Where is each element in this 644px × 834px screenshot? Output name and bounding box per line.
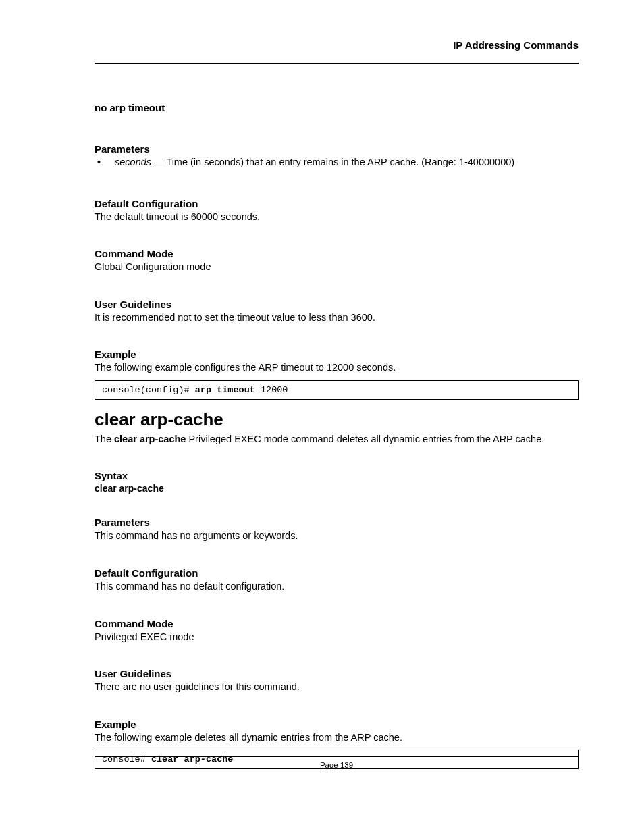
footer-rule <box>95 756 579 757</box>
bullet-icon: • <box>95 156 115 169</box>
text-command-mode-1: Global Configuration mode <box>95 261 579 274</box>
page-header-title: IP Addressing Commands <box>95 39 579 51</box>
heading-user-guidelines-1: User Guidelines <box>95 298 579 310</box>
document-page: IP Addressing Commands no arp timeout Pa… <box>0 0 644 834</box>
page-footer: Page 139 <box>95 756 579 769</box>
desc-pre: The <box>95 434 114 444</box>
code-arg: 12000 <box>261 385 288 395</box>
code-prompt: console(config)# <box>102 385 195 395</box>
command-description: The clear arp-cache Privileged EXEC mode… <box>95 433 579 446</box>
text-default-config-2: This command has no default configuratio… <box>95 580 579 594</box>
heading-default-config-2: Default Configuration <box>95 567 579 579</box>
desc-bold: clear arp-cache <box>114 434 186 444</box>
command-title-clear-arp-cache: clear arp-cache <box>95 409 579 430</box>
heading-command-mode-2: Command Mode <box>95 618 579 629</box>
heading-parameters-1: Parameters <box>95 143 579 155</box>
header-rule <box>95 63 579 64</box>
heading-example-2: Example <box>95 719 579 730</box>
text-example-1: The following example configures the ARP… <box>95 361 579 375</box>
syntax-line: clear arp-cache <box>95 483 579 494</box>
heading-syntax: Syntax <box>95 470 579 481</box>
heading-no-arp-timeout: no arp timeout <box>95 102 579 113</box>
code-example-1: console(config)# arp timeout 12000 <box>95 380 579 400</box>
desc-post: Privileged EXEC mode command deletes all… <box>186 434 544 444</box>
text-default-config-1: The default timeout is 60000 seconds. <box>95 211 579 224</box>
heading-example-1: Example <box>95 348 579 360</box>
param-name-seconds: seconds <box>115 157 151 167</box>
heading-default-config-1: Default Configuration <box>95 198 579 209</box>
heading-command-mode-1: Command Mode <box>95 248 579 259</box>
parameter-text: seconds — Time (in seconds) that an entr… <box>115 156 579 170</box>
text-command-mode-2: Privileged EXEC mode <box>95 631 579 644</box>
text-user-guidelines-1: It is recommended not to set the timeout… <box>95 311 579 325</box>
parameter-bullet: • seconds — Time (in seconds) that an en… <box>95 156 579 170</box>
page-number: Page 139 <box>95 761 579 769</box>
code-command: arp timeout <box>195 385 261 395</box>
heading-parameters-2: Parameters <box>95 517 579 528</box>
text-parameters-2: This command has no arguments or keyword… <box>95 529 579 543</box>
text-example-2: The following example deletes all dynami… <box>95 731 579 745</box>
text-user-guidelines-2: There are no user guidelines for this co… <box>95 681 579 694</box>
param-desc: — Time (in seconds) that an entry remain… <box>151 157 514 167</box>
heading-user-guidelines-2: User Guidelines <box>95 668 579 679</box>
